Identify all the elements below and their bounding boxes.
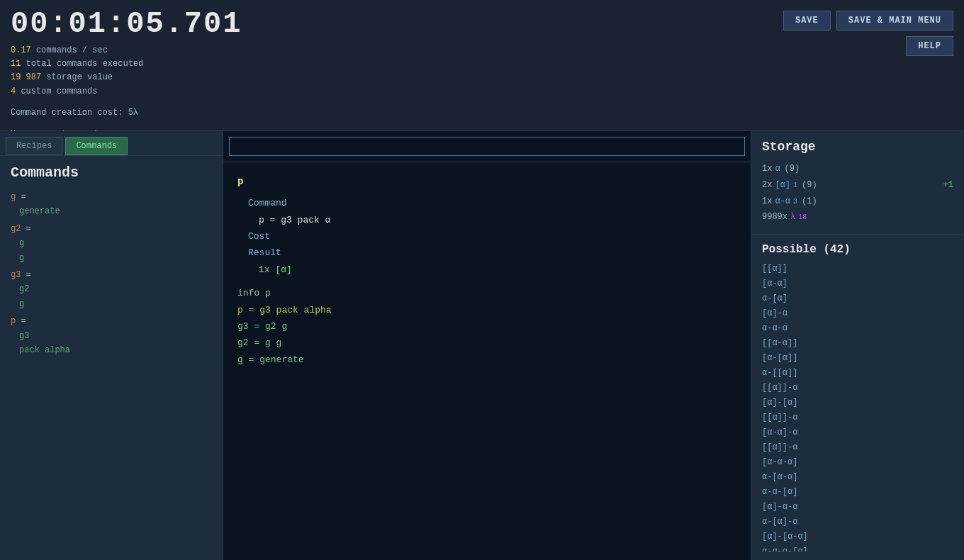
save-button[interactable]: SAVE	[783, 11, 831, 30]
cmd-group-p: p = g3 pack alpha	[11, 314, 212, 357]
help-button[interactable]: HELP	[906, 36, 953, 56]
header-right: SAVE SAVE & MAIN MENU HELP	[783, 7, 953, 56]
storage-section: Storage 1x α (9) 2x [α]1 (9) +1 1x α-α3 …	[751, 131, 964, 235]
output-def-g2: g2 = g g	[237, 335, 736, 351]
output-info-line: info p	[237, 285, 736, 301]
output-cost-label: Cost	[248, 228, 736, 245]
possible-section: Possible (42) [[α]] [α-α] α-[α] [α]-α α-…	[751, 235, 964, 560]
poss-item: [[α]]-α	[762, 381, 953, 396]
poss-item: α-α-α	[762, 321, 953, 336]
stat-total-commands: 11 total commands executed	[11, 57, 242, 71]
right-panel: Storage 1x α (9) 2x [α]1 (9) +1 1x α-α3 …	[751, 131, 964, 560]
poss-item: [α]-α-α	[762, 500, 953, 515]
tab-recipes[interactable]: Recipes	[6, 137, 62, 155]
output-command-block: Command p = g3 pack α Cost Result 1x [α]	[237, 195, 736, 278]
command-input[interactable]	[229, 137, 745, 156]
input-bar	[223, 131, 751, 162]
output-command-val: p = g3 pack α	[248, 212, 736, 228]
poss-item: α-[[α]]	[762, 366, 953, 381]
output-cmd-name: p	[237, 173, 736, 191]
poss-item: [[α]]	[762, 262, 953, 276]
cmd-group-g2: g2 = g g	[11, 222, 212, 265]
timer: 00:01:05.701	[11, 7, 242, 41]
poss-item: [α-α]-α	[762, 425, 953, 440]
storage-item-alpha: 1x α (9)	[762, 161, 953, 177]
tab-commands[interactable]: Commands	[65, 137, 128, 155]
output-def-g3: g3 = g2 g	[237, 318, 736, 335]
poss-item: [[α]]-α	[762, 410, 953, 425]
poss-item: [α-[α]]	[762, 351, 953, 366]
poss-item: α-[α]	[762, 291, 953, 306]
poss-item: [α-α-α]	[762, 455, 953, 470]
poss-item: α-α-α-[α]	[762, 544, 953, 551]
left-panel: Recipes Commands Commands g = generate g…	[0, 131, 223, 560]
tab-bar: Recipes Commands	[0, 131, 223, 156]
output-result-block: Result	[248, 245, 736, 261]
poss-item: [α]-[α-α]	[762, 530, 953, 544]
storage-title: Storage	[762, 140, 953, 154]
poss-item: [[α]]-α	[762, 440, 953, 455]
storage-item-alpha-arr: 2x [α]1 (9) +1	[762, 177, 953, 194]
output-def-p: p = g3 pack alpha	[237, 302, 736, 318]
header-left: 00:01:05.701 0.17 commands / sec 11 tota…	[11, 7, 242, 143]
poss-item: [[α-α]]	[762, 336, 953, 351]
storage-item-lambda: 9989x λ18	[762, 209, 953, 225]
possible-title: Possible (42)	[762, 243, 953, 256]
poss-item: α-α-[α]	[762, 485, 953, 500]
poss-item: [α]-[α]	[762, 396, 953, 410]
storage-item-alpha-alpha: 1x α-α3 (1)	[762, 194, 953, 210]
stat-cost: Command creation cost: 5λ	[11, 106, 242, 121]
save-main-button[interactable]: SAVE & MAIN MENU	[836, 11, 953, 30]
possible-list: [[α]] [α-α] α-[α] [α]-α α-α-α [[α-α]] [α…	[762, 262, 953, 551]
stat-storage-value: 19 987 storage value	[11, 71, 242, 84]
output-command-label: Command	[248, 195, 736, 211]
center-panel: p Command p = g3 pack α Cost Result 1x […	[223, 131, 751, 560]
commands-title: Commands	[0, 156, 223, 186]
poss-item: α-[α]-α	[762, 515, 953, 530]
main-layout: Recipes Commands Commands g = generate g…	[0, 131, 964, 560]
stat-custom-commands: 4 custom commands	[11, 85, 242, 99]
stat-commands-rate: 0.17 commands / sec	[11, 44, 242, 57]
output-area: p Command p = g3 pack α Cost Result 1x […	[223, 162, 751, 560]
cmd-group-g3: g3 = g2 g	[11, 268, 212, 311]
output-def-g: g = generate	[237, 352, 736, 368]
output-result-val: 1x [α]	[248, 262, 736, 278]
header: 00:01:05.701 0.17 commands / sec 11 tota…	[0, 0, 964, 131]
cmd-group-g: g = generate	[11, 190, 212, 219]
poss-item: [α]-α	[762, 306, 953, 321]
poss-item: [α-α]	[762, 276, 953, 291]
poss-item: α-[α-α]	[762, 470, 953, 485]
commands-list: g = generate g2 = g g g3 = g2 g p =	[0, 186, 223, 560]
